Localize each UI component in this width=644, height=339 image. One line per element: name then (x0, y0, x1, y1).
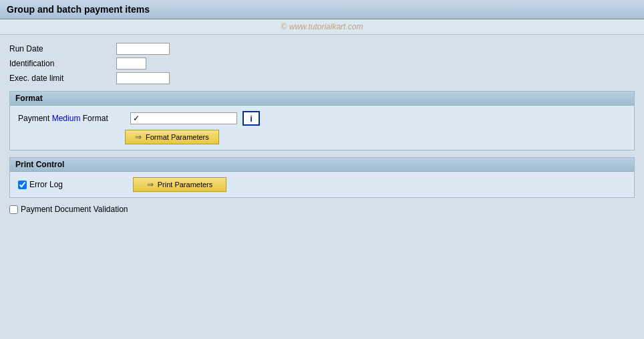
print-section-header: Print Control (10, 158, 634, 172)
label-suffix: Format (80, 114, 108, 123)
format-section: Format Payment Medium Format ✓ i ⇒ Forma… (9, 91, 635, 150)
print-params-arrow-icon: ⇒ (147, 180, 154, 189)
payment-doc-validation-label: Payment Document Validation (21, 205, 128, 214)
format-section-header: Format (10, 92, 634, 106)
payment-medium-format-input[interactable]: ✓ (130, 112, 237, 124)
checkmark-icon: ✓ (133, 114, 140, 123)
error-log-label: Error Log (29, 180, 63, 189)
label-highlight: Medium (52, 114, 81, 123)
format-params-arrow-icon: ⇒ (135, 132, 142, 142)
payment-doc-validation-row: Payment Document Validation (9, 205, 635, 214)
identification-label: Identification (9, 59, 116, 68)
exec-date-input[interactable] (116, 72, 170, 84)
info-icon: i (250, 114, 253, 124)
label-prefix: Payment (18, 114, 52, 123)
identification-input[interactable] (116, 58, 146, 70)
identification-row: Identification (9, 58, 635, 70)
run-date-label: Run Date (9, 44, 116, 53)
error-log-checkbox[interactable] (18, 181, 27, 189)
watermark-bar: © www.tutorialkart.com (0, 19, 644, 35)
exec-date-row: Exec. date limit (9, 72, 635, 84)
title-bar: Group and batch payment items (0, 0, 644, 19)
format-params-row: ⇒ Format Parameters (125, 130, 626, 144)
run-date-input[interactable] (116, 43, 170, 55)
payment-medium-format-row: Payment Medium Format ✓ i (18, 111, 626, 126)
payment-doc-validation-checkbox[interactable] (9, 205, 18, 214)
error-log-container: Error Log (18, 180, 125, 189)
run-date-row: Run Date (9, 43, 635, 55)
info-button[interactable]: i (243, 111, 260, 126)
print-row: Error Log ⇒ Print Parameters (18, 177, 626, 192)
exec-date-label: Exec. date limit (9, 74, 116, 83)
format-parameters-button[interactable]: ⇒ Format Parameters (125, 130, 219, 144)
print-control-section: Print Control Error Log ⇒ Print Paramete… (9, 157, 635, 198)
print-params-label: Print Parameters (158, 181, 213, 189)
page-title: Group and batch payment items (7, 4, 150, 15)
format-params-label: Format Parameters (146, 133, 209, 141)
payment-medium-format-label: Payment Medium Format (18, 114, 125, 123)
watermark-text: © www.tutorialkart.com (281, 22, 363, 31)
print-parameters-button[interactable]: ⇒ Print Parameters (133, 177, 226, 192)
